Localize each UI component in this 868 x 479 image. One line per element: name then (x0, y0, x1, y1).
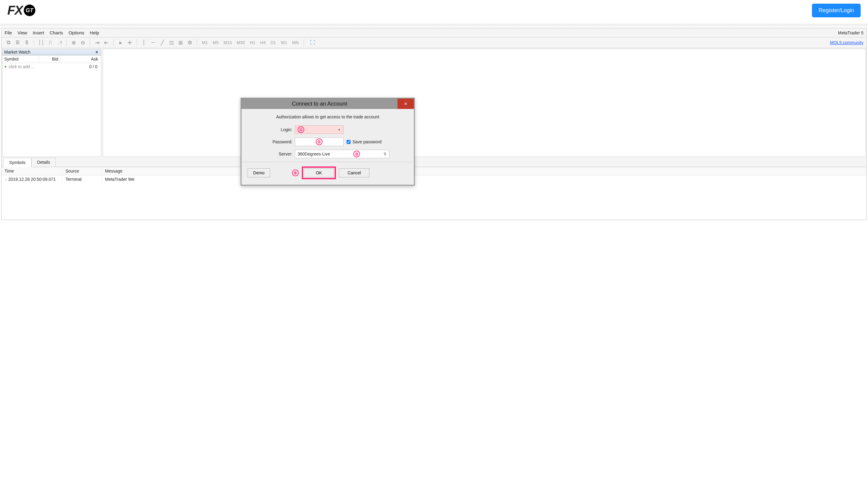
dialog-title: Connect to an Account (242, 101, 398, 107)
menu-view[interactable]: View (18, 30, 27, 35)
timeframe-d1[interactable]: D1 (269, 40, 278, 45)
ok-button[interactable]: OK (304, 168, 334, 177)
logo-text-fx: FX (7, 3, 23, 18)
register-login-button[interactable]: Register/Login (812, 4, 861, 18)
col-bid[interactable]: Bid (39, 56, 60, 63)
separator (197, 39, 197, 46)
callout-4: ④ (292, 170, 299, 176)
market-watch-tabs: Symbols Details (2, 158, 866, 167)
connect-account-dialog: Connect to an Account × Authorization al… (241, 98, 415, 185)
vline-icon[interactable]: │ (140, 39, 148, 46)
menu-insert[interactable]: Insert (33, 30, 44, 35)
logo-text-gt: GT (24, 5, 35, 16)
scroll-end-icon[interactable]: ⇥ (93, 39, 101, 46)
page-header: FX GT Register/Login (0, 0, 868, 24)
new-chart-icon[interactable]: ⧉ (5, 39, 12, 46)
timeframe-h1[interactable]: H1 (248, 40, 257, 45)
separator (66, 39, 67, 46)
chevron-down-icon: ▼ (338, 128, 341, 132)
line-icon[interactable]: ⩘ (56, 39, 63, 46)
separator (304, 39, 304, 46)
ok-highlight: OK (302, 167, 336, 179)
market-watch-title: Market Watch (4, 49, 30, 55)
trendline-icon[interactable]: ╱ (158, 39, 166, 46)
timeframe-m5[interactable]: M5 (211, 40, 220, 45)
metatrader-window: File View Insert Charts Options Help Met… (1, 28, 867, 220)
menu-file[interactable]: File (5, 30, 12, 35)
col-ask[interactable]: Ask (60, 56, 101, 63)
menu-options[interactable]: Options (68, 30, 84, 35)
cancel-button[interactable]: Cancel (339, 168, 369, 177)
password-input[interactable]: ② (295, 138, 344, 146)
callout-1: ① (298, 126, 304, 133)
plus-icon: + (4, 64, 7, 69)
callout-2: ② (316, 138, 322, 145)
timeframe-m15[interactable]: M15 (222, 40, 234, 45)
menu-bar: File View Insert Charts Options Help Met… (2, 28, 866, 37)
callout-3: ③ (353, 151, 360, 157)
dialog-separator (242, 162, 414, 162)
save-password-label: Save password (352, 139, 382, 144)
tab-details[interactable]: Details (31, 158, 56, 167)
timeframe-m1[interactable]: M1 (200, 40, 210, 45)
zoom-out-icon[interactable]: ⊖ (79, 39, 87, 46)
timeframe-mn[interactable]: MN (290, 40, 301, 45)
dialog-subtitle: Authorization allows to get access to th… (248, 114, 408, 119)
save-password-checkbox[interactable]: Save password (347, 139, 382, 144)
shift-icon[interactable]: ⇤ (102, 39, 110, 46)
text-icon[interactable]: ⊡ (167, 39, 176, 46)
journal-panel: Time Source Message 2019.12.28 20:50:09.… (2, 167, 866, 220)
crosshair-icon[interactable]: ✛ (126, 39, 134, 46)
server-select[interactable]: 360Degrees-Live ③ ⇅ (295, 150, 389, 158)
menu-help[interactable]: Help (90, 30, 99, 35)
main-area: Market Watch × Symbol Bid Ask + click to… (2, 48, 866, 158)
mql5-community-link[interactable]: MQL5.community (830, 40, 863, 45)
journal-source: Terminal (62, 175, 102, 183)
document-icon[interactable]: 🗎 (14, 39, 22, 46)
server-value: 360Degrees-Live (298, 151, 330, 157)
hline-icon[interactable]: ─ (149, 39, 157, 46)
bars-icon[interactable]: ┆┆ (37, 39, 45, 46)
fullscreen-icon[interactable]: ⛶ (310, 40, 315, 45)
grid-icon[interactable]: ⊞ (177, 39, 185, 46)
dialog-close-button[interactable]: × (398, 99, 414, 109)
toolbar: ⧉ 🗎 $ ┆┆ ⎍ ⩘ ⊕ ⊖ ⇥ ⇤ ▸ ✛ │ ─ ╱ ⊡ (2, 37, 866, 48)
col-source[interactable]: Source (62, 167, 102, 175)
tab-symbols[interactable]: Symbols (3, 158, 31, 167)
click-to-add-label: click to add ... (8, 64, 89, 69)
login-dropdown[interactable]: ① ▼ (295, 125, 344, 134)
journal-time: 2019.12.28 20:50:09.071 (2, 175, 62, 183)
market-watch-add-row[interactable]: + click to add ... 0 / 0 (2, 63, 101, 70)
add-count-value: 0 / 0 (89, 64, 99, 69)
separator (90, 39, 90, 46)
fxgt-logo: FX GT (7, 3, 35, 18)
indicators-icon[interactable]: ⚙ (186, 39, 194, 46)
separator (113, 39, 114, 46)
col-time[interactable]: Time (2, 167, 62, 175)
col-message[interactable]: Message (102, 167, 866, 175)
market-watch-panel: Market Watch × Symbol Bid Ask + click to… (2, 49, 101, 157)
zoom-in-icon[interactable]: ⊕ (70, 39, 78, 46)
sort-icon: ⇅ (383, 152, 386, 156)
timeframe-m30[interactable]: M30 (235, 40, 247, 45)
dollar-doc-icon[interactable]: $ (23, 39, 31, 46)
timeframe-w1[interactable]: W1 (279, 40, 289, 45)
market-watch-close-icon[interactable]: × (94, 49, 99, 55)
menu-charts[interactable]: Charts (50, 30, 63, 35)
candles-icon[interactable]: ⎍ (46, 39, 54, 46)
col-symbol[interactable]: Symbol (2, 56, 39, 63)
header-shadow (0, 24, 868, 28)
save-password-checkbox-input[interactable] (347, 140, 350, 144)
password-label: Password: (248, 139, 295, 144)
journal-message: MetaTrader We (102, 175, 866, 183)
journal-row: 2019.12.28 20:50:09.071 Terminal MetaTra… (2, 175, 866, 183)
separator (34, 39, 34, 46)
timeframe-h4[interactable]: H4 (258, 40, 268, 45)
chart-area: Connect to an Account × Authorization al… (103, 49, 866, 157)
server-label: Server: (248, 151, 295, 157)
app-name-label: MetaTrader 5 (838, 30, 863, 35)
cursor-icon[interactable]: ▸ (117, 39, 125, 46)
login-label: Login: (248, 127, 295, 132)
separator (137, 39, 137, 46)
demo-button[interactable]: Demo (248, 168, 270, 177)
